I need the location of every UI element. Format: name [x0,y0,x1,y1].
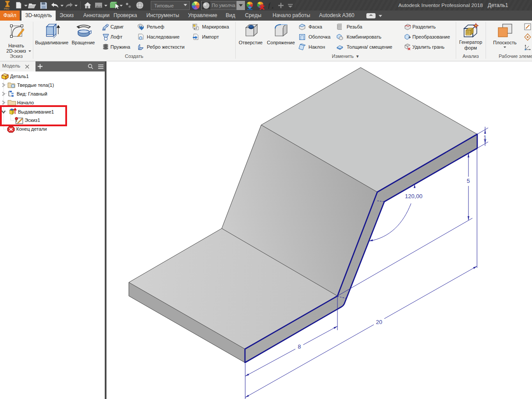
svg-text:f: f [268,2,271,9]
svg-text:1: 1 [483,134,486,141]
svg-text:PRO: PRO [4,7,10,10]
svg-text:5: 5 [467,178,470,184]
svg-text:20: 20 [376,319,382,325]
svg-text:120,00: 120,00 [405,193,422,200]
svg-text:8: 8 [298,343,301,350]
svg-text:x: x [271,5,273,10]
